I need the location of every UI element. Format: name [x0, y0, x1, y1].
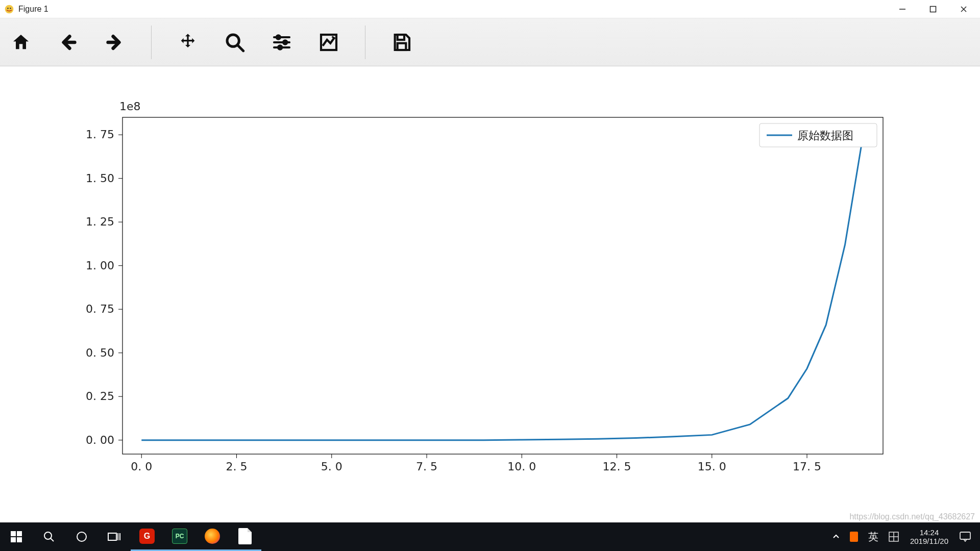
y-tick-label: 1. 00: [86, 259, 114, 272]
x-tick-label: 0. 0: [131, 460, 152, 473]
window-title: Figure 1: [18, 5, 48, 14]
x-tick-label: 15. 0: [698, 460, 726, 473]
taskbar-app-firefox[interactable]: [196, 522, 229, 551]
svg-rect-4: [930, 6, 936, 12]
y-tick-label: 0. 00: [86, 434, 114, 446]
y-tick-label: 1. 50: [86, 172, 114, 185]
y-tick-label: 1. 25: [86, 215, 114, 228]
y-tick-label: 0. 75: [86, 303, 114, 315]
svg-point-15: [283, 40, 287, 44]
ime-grid-icon[interactable]: [884, 522, 904, 551]
maximize-button[interactable]: [918, 0, 948, 18]
y-tick-label: 0. 50: [86, 346, 114, 359]
x-tick-label: 10. 0: [507, 460, 536, 473]
svg-rect-18: [398, 35, 404, 40]
y-tick-label: 0. 25: [86, 390, 114, 403]
legend-label: 原始数据图: [797, 129, 853, 142]
close-button[interactable]: [948, 0, 979, 18]
svg-point-26: [77, 532, 86, 541]
svg-point-24: [44, 532, 52, 539]
edit-axis-button[interactable]: [315, 29, 342, 56]
zoom-button[interactable]: [221, 29, 249, 56]
svg-point-1: [7, 8, 9, 9]
x-tick-label: 5. 0: [321, 460, 342, 473]
figure-canvas[interactable]: 0. 000. 250. 500. 751. 001. 251. 501. 75…: [0, 66, 980, 551]
svg-line-10: [237, 45, 243, 51]
svg-rect-19: [398, 43, 406, 49]
svg-rect-27: [108, 533, 116, 540]
app-icon: [4, 4, 14, 14]
taskbar-app-document[interactable]: [229, 522, 261, 551]
tray-overflow-button[interactable]: [827, 522, 845, 551]
matplotlib-toolbar: [0, 18, 980, 66]
svg-point-16: [278, 45, 282, 49]
task-view-button[interactable]: [98, 522, 131, 551]
svg-line-25: [51, 538, 54, 541]
svg-rect-33: [960, 532, 970, 539]
svg-rect-22: [11, 537, 16, 542]
taskbar-app-netease[interactable]: G: [131, 522, 163, 551]
save-button[interactable]: [388, 29, 415, 56]
action-center-button[interactable]: [954, 522, 976, 551]
y-axis-offset-text: 1e8: [119, 100, 141, 113]
ime-indicator[interactable]: 英: [863, 522, 884, 551]
x-tick-label: 2. 5: [226, 460, 248, 473]
x-tick-label: 7. 5: [416, 460, 437, 473]
svg-point-14: [277, 35, 280, 39]
clock-time: 14:24: [910, 528, 948, 537]
svg-point-0: [5, 5, 14, 13]
pan-button[interactable]: [174, 29, 202, 56]
configure-subplots-button[interactable]: [268, 29, 296, 56]
toolbar-separator: [151, 26, 152, 59]
axes-frame: [122, 117, 883, 454]
search-button[interactable]: [33, 522, 65, 551]
toolbar-separator: [365, 26, 365, 59]
data-line: [141, 130, 864, 440]
taskbar-app-pycharm[interactable]: PC: [163, 522, 196, 551]
home-button[interactable]: [7, 29, 35, 56]
svg-rect-23: [17, 537, 22, 542]
x-tick-label: 17. 5: [793, 460, 821, 473]
windows-taskbar: G PC 英 14:24 2019/11/20: [0, 522, 980, 551]
svg-point-2: [10, 8, 11, 9]
back-button[interactable]: [54, 29, 82, 56]
tray-icon[interactable]: [845, 522, 863, 551]
cortana-button[interactable]: [65, 522, 98, 551]
clock[interactable]: 14:24 2019/11/20: [904, 522, 954, 551]
x-tick-label: 12. 5: [603, 460, 631, 473]
clock-date: 2019/11/20: [910, 537, 948, 545]
svg-rect-20: [11, 531, 16, 536]
forward-button[interactable]: [101, 29, 129, 56]
svg-rect-21: [17, 531, 22, 536]
y-tick-label: 1. 75: [86, 128, 114, 141]
minimize-button[interactable]: [887, 0, 918, 18]
titlebar: Figure 1: [0, 0, 980, 18]
start-button[interactable]: [0, 522, 33, 551]
